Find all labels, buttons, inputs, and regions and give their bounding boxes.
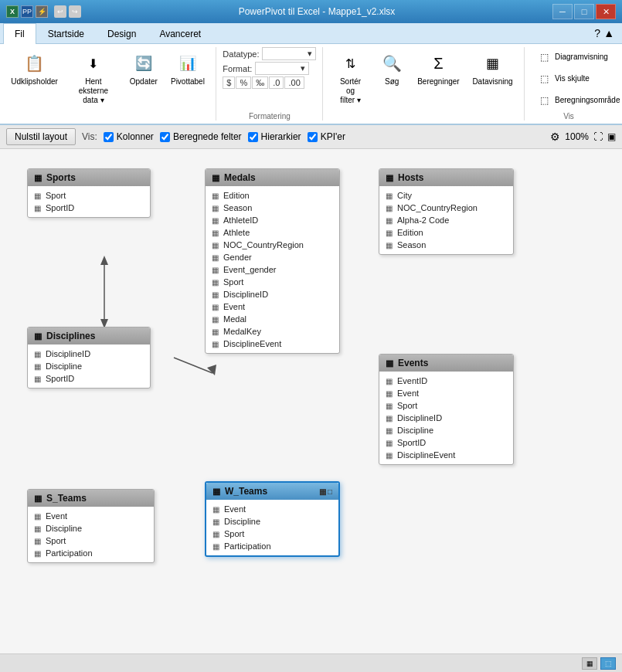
promille-btn[interactable]: ‰ — [252, 76, 268, 89]
hierarkier-check[interactable]: Hierarkier — [248, 131, 301, 142]
datatype-row: Datatype: ▾ — [223, 47, 316, 60]
zoom-settings-icon[interactable]: ⚙ — [550, 131, 560, 143]
table-row[interactable]: ▦Edition — [206, 189, 339, 202]
hierarkier-checkbox[interactable] — [248, 132, 258, 142]
table-row[interactable]: ▦Athlete — [206, 226, 339, 239]
kpier-checkbox[interactable] — [308, 132, 318, 142]
table-row[interactable]: ▦DisciplineID — [206, 288, 339, 300]
table-row[interactable]: ▦Season — [379, 239, 513, 251]
table-row[interactable]: ▦Discipline — [28, 522, 154, 535]
table-row[interactable]: ▦Sport — [206, 276, 339, 288]
table-row[interactable]: ▦Sport — [206, 528, 338, 540]
table-row[interactable]: ▦Event — [379, 387, 513, 399]
beregnede-checkbox[interactable] — [160, 132, 170, 142]
table-row[interactable]: ▦Event — [28, 510, 154, 522]
dollar-btn[interactable]: $ — [223, 76, 235, 89]
table-row[interactable]: ▦Discipline — [206, 515, 338, 528]
diagram-button[interactable]: ⬚ Diagramvisning — [531, 47, 607, 67]
table-row[interactable]: ▦DisciplineID — [379, 412, 513, 424]
table-row[interactable]: ▦Edition — [379, 226, 513, 239]
tab-design[interactable]: Design — [96, 23, 148, 44]
zoom-fit-icon[interactable]: ▣ — [607, 131, 616, 142]
table-row[interactable]: ▦SportID — [379, 436, 513, 449]
table-row[interactable]: ▦EventID — [379, 375, 513, 387]
table-row[interactable]: ▦Participation — [206, 540, 338, 552]
table-row[interactable]: ▦Sport — [379, 399, 513, 412]
datavisning-button[interactable]: ▦ Datavisning — [467, 47, 518, 90]
table-row[interactable]: ▦Sport — [28, 535, 154, 547]
close-button[interactable]: ✕ — [596, 4, 616, 19]
zoom-expand-icon[interactable]: ⛶ — [593, 131, 603, 142]
table-row[interactable]: ▦NOC_CountryRegion — [379, 202, 513, 214]
table-row[interactable]: ▦DisciplineEvent — [379, 449, 513, 461]
calculations-button[interactable]: Σ Beregninger — [413, 47, 464, 90]
table-row[interactable]: ▦City — [379, 189, 513, 202]
field-icon: ▦ — [212, 192, 219, 200]
table-wteams[interactable]: ▦ W_Teams ▦ □ ▦Event ▦Discipline ▦Sport … — [205, 481, 340, 557]
redo-icon[interactable]: ↪ — [69, 5, 81, 18]
beregningsomrade-button[interactable]: ⬚ Beregningsområde — [531, 90, 607, 110]
table-row[interactable]: ▦MedalKey — [206, 325, 339, 338]
table-medals[interactable]: ▦ Medals ▦Edition ▦Season ▦AthleteID ▦At… — [205, 168, 340, 354]
table-row[interactable]: ▦AthleteID — [206, 214, 339, 226]
minimize-button[interactable]: ─ — [552, 4, 573, 19]
maximize-button[interactable]: □ — [574, 4, 594, 19]
table-row[interactable]: ▦Season — [206, 202, 339, 214]
table-medals-header[interactable]: ▦ Medals — [206, 169, 339, 186]
grid-view-icon[interactable]: ▦ — [582, 657, 597, 670]
kolonner-check[interactable]: Kolonner — [104, 131, 154, 142]
beregnede-check[interactable]: Beregnede felter — [160, 131, 242, 142]
tab-avanceret[interactable]: Avanceret — [148, 23, 212, 44]
table-hosts[interactable]: ▦ Hosts ▦City ▦NOC_CountryRegion ▦Alpha-… — [379, 168, 514, 255]
table-row[interactable]: ▦SportID — [28, 372, 150, 385]
undo-icon[interactable]: ↩ — [54, 5, 66, 18]
table-row[interactable]: ▦Event — [206, 300, 339, 313]
table-row[interactable]: ▦Participation — [28, 547, 154, 559]
wteams-icon1[interactable]: ▦ — [319, 487, 326, 496]
table-row[interactable]: ▦Medal — [206, 313, 339, 325]
pivot-button[interactable]: 📊 Pivottabel — [165, 47, 209, 90]
format-dropdown[interactable]: ▾ — [255, 62, 309, 75]
table-steams-header[interactable]: ▦ S_Teams — [28, 490, 154, 507]
table-row[interactable]: ▦NOC_CountryRegion — [206, 239, 339, 251]
tab-fil[interactable]: Fil — [3, 23, 36, 44]
table-hosts-header[interactable]: ▦ Hosts — [379, 169, 513, 186]
clipboard-button[interactable]: 📋 Udklipsholder — [6, 47, 63, 90]
kolonner-checkbox[interactable] — [104, 132, 114, 142]
percent-btn[interactable]: % — [236, 76, 251, 89]
table-events-header[interactable]: ▦ Events — [379, 355, 513, 372]
help-icon[interactable]: ? — [594, 27, 600, 39]
diagram-canvas[interactable]: ▦ Sports ▦Sport ▦SportID ▦ Medals ▦Editi… — [0, 149, 622, 653]
table-row[interactable]: ▦Alpha-2 Code — [379, 214, 513, 226]
diagram-view-icon[interactable]: ⬚ — [600, 657, 616, 670]
table-sports[interactable]: ▦ Sports ▦Sport ▦SportID — [27, 168, 151, 218]
tab-startside[interactable]: Startside — [36, 23, 96, 44]
external-data-button[interactable]: ⬇ Hent eksternedata ▾ — [66, 47, 122, 109]
dec2-btn[interactable]: .00 — [284, 76, 304, 89]
table-row[interactable]: ▦Sport — [28, 189, 150, 202]
sort-filter-button[interactable]: ⇅ Sortér ogfilter ▾ — [329, 47, 371, 109]
table-row[interactable]: ▦Event — [206, 503, 338, 515]
table-disciplines[interactable]: ▦ Disciplines ▦DisciplineID ▦Discipline … — [27, 327, 151, 389]
search-button[interactable]: 🔍 Søg — [375, 47, 410, 90]
table-disciplines-header[interactable]: ▦ Disciplines — [28, 328, 150, 344]
datatype-dropdown[interactable]: ▾ — [262, 47, 316, 60]
dec1-btn[interactable]: .0 — [269, 76, 284, 89]
table-wteams-header[interactable]: ▦ W_Teams ▦ □ — [206, 483, 338, 500]
collapse-ribbon-icon[interactable]: ▲ — [603, 27, 614, 39]
table-row[interactable]: ▦Gender — [206, 251, 339, 263]
table-row[interactable]: ▦Event_gender — [206, 263, 339, 276]
table-steams[interactable]: ▦ S_Teams ▦Event ▦Discipline ▦Sport ▦Par… — [27, 489, 155, 563]
refresh-button[interactable]: 🔄 Opdater — [124, 47, 162, 90]
table-row[interactable]: ▦Discipline — [379, 424, 513, 436]
kpier-check[interactable]: KPI'er — [308, 131, 345, 142]
reset-layout-button[interactable]: Nulstil layout — [6, 128, 76, 145]
vis-skjulte-button[interactable]: ⬚ Vis skjulte — [531, 69, 595, 89]
table-row[interactable]: ▦Discipline — [28, 360, 150, 372]
table-row[interactable]: ▦DisciplineID — [28, 348, 150, 360]
table-row[interactable]: ▦DisciplineEvent — [206, 338, 339, 350]
table-row[interactable]: ▦SportID — [28, 202, 150, 214]
wteams-icon2[interactable]: □ — [328, 487, 332, 496]
table-events[interactable]: ▦ Events ▦EventID ▦Event ▦Sport ▦Discipl… — [379, 354, 514, 465]
table-sports-header[interactable]: ▦ Sports — [28, 169, 150, 186]
